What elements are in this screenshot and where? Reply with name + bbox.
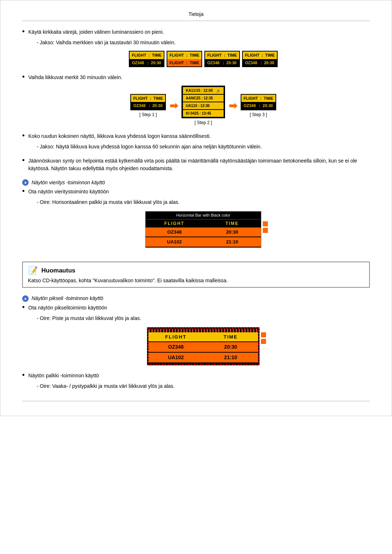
- step2-row3: UA110 : 13:30: [183, 102, 224, 109]
- step2-container: KA11/10 : 12:00 🔉 AANC25 : 12:35 UA110 :…: [181, 86, 225, 126]
- step-demo: FLIGHT : TIME OZ348 : 20:30 [ Step 1 ] ➡: [37, 86, 370, 126]
- step2-row2-text: AANC25 : 12:35: [186, 96, 213, 100]
- flight-panel-4: FLIGHT : TIME OZ348 : 20:30: [242, 51, 278, 67]
- flight-panel-1: FLIGHT : TIME OZ348 : 20:30: [129, 51, 164, 67]
- bullet-dot-2: •: [22, 73, 25, 81]
- pixel-scroll-indicators: [261, 332, 266, 344]
- bullet-item-4: • Jäännöskuvan synty on helpointa estää …: [22, 157, 370, 172]
- panel1-bottom: OZ348 : 20:30: [130, 59, 163, 67]
- step2-row3-text: UA110 : 13:30: [186, 104, 210, 108]
- page-header: Tietoja: [22, 11, 370, 21]
- step2-row1-text: KA11/10 : 12:00: [186, 89, 213, 93]
- hbar-col1-header: FLIGHT: [146, 219, 203, 227]
- hbar-wrapper: Horizontal Bar with Black color FLIGHT T…: [145, 211, 261, 248]
- bullet-item-3: • Koko ruudun kokoinen näyttö, liikkuva …: [22, 132, 370, 140]
- huomautus-icon: 📝: [28, 266, 38, 275]
- note1-icon: ●: [22, 179, 29, 186]
- step1-top: FLIGHT : TIME: [131, 95, 165, 102]
- pixel-r1c1: OZ348: [148, 342, 203, 352]
- section-7: • Näytön palkki -toiminnon käyttö - Oire…: [22, 372, 370, 390]
- panel3-bottom: OZ348 : 20:30: [205, 59, 239, 67]
- bullet-text-1: Käytä kirkkaita värejä, joiden välinen l…: [28, 28, 164, 36]
- sub-item-3: - Jakso: Näytä liikkuva kuva yhdessä log…: [37, 143, 370, 151]
- page: Tietoja • Käytä kirkkaita värejä, joiden…: [0, 0, 392, 416]
- bullet-item-6: • Ota näytön pikselitoiminto käyttöön: [22, 304, 370, 312]
- pixel-demo: FLIGHT TIME OZ348 20:30 UA102 21:10: [37, 327, 370, 366]
- sub-text-1: - Jakso: Vaihda merkkien väri ja taustav…: [37, 40, 176, 45]
- flight-demo-1: FLIGHT : TIME OZ348 : 20:30 FLIGHT : TIM…: [37, 51, 370, 67]
- note1-text: Näytön vieritys -toiminnon käyttö: [32, 180, 105, 185]
- panel4-top: FLIGHT : TIME: [243, 52, 277, 59]
- step2-panel: KA11/10 : 12:00 🔉 AANC25 : 12:35 UA110 :…: [181, 86, 225, 118]
- pixel-panel: FLIGHT TIME OZ348 20:30 UA102 21:10: [147, 327, 260, 366]
- huomautus-title: Huomautus: [41, 267, 75, 274]
- step2-row4-text: KI 0425 : 13:45: [186, 111, 211, 115]
- scroll-indicators: [263, 221, 268, 233]
- pixel-row-2: UA102 21:10: [148, 353, 258, 362]
- sub-item-2: FLIGHT : TIME OZ348 : 20:30 [ Step 1 ] ➡: [37, 86, 370, 126]
- bullet-dot-6: •: [22, 303, 25, 312]
- bullet-text-6: Ota näytön pikselitoiminto käyttöön: [28, 304, 107, 312]
- hbar-row1-col2: 20:30: [203, 227, 261, 237]
- bullet-dot-1: •: [22, 28, 25, 36]
- step2-inner: KA11/10 : 12:00 🔉 AANC25 : 12:35 UA110 :…: [183, 87, 224, 117]
- hbar-title: Horizontal Bar with Black color: [146, 212, 261, 219]
- bullet-dot-4: •: [22, 156, 25, 172]
- step2-row2: AANC25 : 12:35: [183, 95, 224, 102]
- hbar-header-row: FLIGHT TIME: [146, 219, 261, 227]
- bullet-item-7: • Näytön palkki -toiminnon käyttö: [22, 372, 370, 379]
- section-4: • Jäännöskuvan synty on helpointa estää …: [22, 157, 370, 172]
- pixel-bottom-bar: [148, 362, 258, 364]
- bullet-dot-3: •: [22, 132, 25, 140]
- step3-panel: FLIGHT : TIME OZ348 : 20:30: [241, 94, 276, 110]
- step1-bottom: OZ348 : 20:30: [131, 102, 165, 110]
- bullet-item-5: • Ota näytön vieritystoiminto käyttöön: [22, 188, 370, 196]
- step3-container: FLIGHT : TIME OZ348 : 20:30 [ Step 3 ]: [241, 94, 276, 118]
- pixel-header-row: FLIGHT TIME: [148, 332, 258, 342]
- note2-icon: ●: [22, 295, 29, 302]
- hbar-row1-col1: OZ348: [146, 227, 203, 237]
- step1-container: FLIGHT : TIME OZ348 : 20:30 [ Step 1 ]: [130, 94, 166, 118]
- huomautus-header: 📝 Huomautus: [28, 266, 364, 275]
- step1-label: [ Step 1 ]: [139, 111, 157, 118]
- pixel-col1-header: FLIGHT: [148, 332, 203, 342]
- pixel-row-1: OZ348 20:30: [148, 342, 258, 352]
- note2-text: Näytön pikseli -toiminnon käyttö: [32, 295, 103, 301]
- flight-panel-3: FLIGHT : TIME OZ348 : 20:30: [204, 51, 240, 67]
- hbar-demo: Horizontal Bar with Black color FLIGHT T…: [37, 211, 370, 248]
- pixel-r2c2: 21:10: [203, 353, 258, 362]
- bullet-text-2: Vaihda liikkuvat merkit 30 minuutin väle…: [28, 74, 122, 81]
- sub-item-5: - Oire: Horisontaalinen palkki ja musta …: [37, 198, 370, 248]
- section-2: • Vaihda liikkuvat merkit 30 minuutin vä…: [22, 74, 370, 126]
- note2-section: ● Näytön pikseli -toiminnon käyttö: [22, 295, 370, 302]
- bullet-text-5: Ota näytön vieritystoiminto käyttöön: [28, 188, 109, 196]
- step1-panel: FLIGHT : TIME OZ348 : 20:30: [130, 94, 166, 110]
- sub-text-3: - Jakso: Näytä liikkuva kuva yhdessä log…: [37, 144, 262, 149]
- flight-panel-2: FLIGHT : TIME FLIGHT : TIME: [167, 51, 202, 67]
- panel4-bottom: OZ348 : 20:30: [243, 59, 277, 67]
- pixel-col2-header: TIME: [203, 332, 258, 342]
- hbar-col2-header: TIME: [203, 219, 261, 227]
- bullet-item-2: • Vaihda liikkuvat merkit 30 minuutin vä…: [22, 74, 370, 81]
- sub-text-7: - Oire: Vaaka- / pystypalkki ja musta vä…: [37, 383, 175, 389]
- huomautus-box: 📝 Huomautus Katso CD-käyttöopas, kohta "…: [22, 262, 370, 288]
- step3-label: [ Step 3 ]: [250, 111, 267, 118]
- sub-text-6: - Oire: Piste ja musta väri liikkuvat yl…: [37, 315, 141, 321]
- panel1-top: FLIGHT : TIME: [130, 52, 164, 59]
- step3-top: FLIGHT : TIME: [241, 95, 275, 102]
- hbar-data-row-2: UA102 21:10: [146, 237, 261, 247]
- pixel-scroll-down: [261, 339, 266, 344]
- pixel-scroll-up: [261, 332, 266, 337]
- dot-border-top: [148, 329, 258, 332]
- sub-item-6: - Oire: Piste ja musta väri liikkuvat yl…: [37, 315, 370, 366]
- section-6: • Ota näytön pikselitoiminto käyttöön - …: [22, 304, 370, 366]
- bullet-item-1: • Käytä kirkkaita värejä, joiden välinen…: [22, 28, 370, 36]
- scroll-up-arrow: [263, 221, 268, 226]
- step3-bottom: OZ348 : 20:30: [241, 102, 275, 110]
- pixel-r2c1: UA102: [148, 353, 203, 362]
- hbar-data-row-1: OZ348 20:30: [146, 227, 261, 237]
- sub-item-1: - Jakso: Vaihda merkkien väri ja taustav…: [37, 39, 370, 67]
- panel2-top: FLIGHT : TIME: [167, 52, 201, 59]
- hbar-row2-col2: 21:10: [203, 237, 261, 247]
- pixel-r1c2: 20:30: [203, 342, 258, 352]
